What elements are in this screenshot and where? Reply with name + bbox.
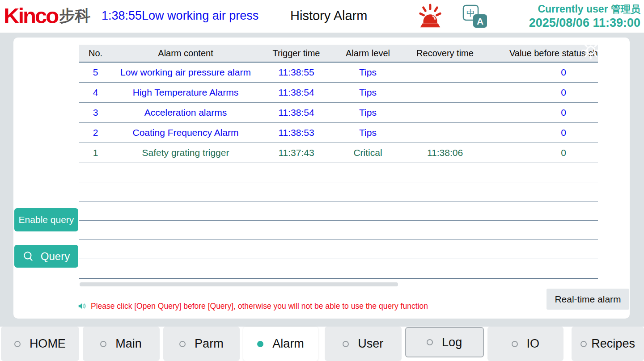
empty-row xyxy=(79,201,598,221)
radio-icon xyxy=(580,341,587,347)
tab-main[interactable]: Main xyxy=(83,327,160,361)
tab-label: IO xyxy=(527,337,540,351)
datetime: 2025/08/06 11:39:00 xyxy=(529,16,640,30)
empty-row xyxy=(79,240,598,259)
cell-level: Tips xyxy=(333,123,402,143)
cell-no: 2 xyxy=(79,123,112,143)
alarm-ticker-text: 1:38:55Low working air press xyxy=(102,9,258,23)
empty-row xyxy=(79,182,598,201)
cell-no: 4 xyxy=(79,83,112,102)
tab-label: Parm xyxy=(195,337,224,351)
cell-no: 1 xyxy=(79,143,112,163)
radio-icon xyxy=(343,341,349,347)
bottom-nav-bar: HOMEMainParmAlarmUserLogIORecipes xyxy=(0,327,644,361)
kinco-logo: Kinco 步科 xyxy=(4,2,90,29)
cell-no: 3 xyxy=(79,103,112,122)
empty-row xyxy=(79,163,598,182)
cell-value: 0 xyxy=(487,143,598,163)
tab-log[interactable]: Log xyxy=(405,327,484,357)
cell-value: 0 xyxy=(487,83,598,102)
cell-content: Safety grating trigger xyxy=(112,143,259,163)
column-header-2: Trigger time xyxy=(259,45,333,62)
cell-recovery: 11:38:06 xyxy=(402,143,487,163)
query-notice: Please click [Open Query] before [Query]… xyxy=(77,301,428,311)
empty-row xyxy=(79,259,598,279)
alarm-table: No.Alarm contentTrigger timeAlarm levelR… xyxy=(79,45,598,279)
column-header-1: Alarm content xyxy=(112,45,259,62)
empty-row xyxy=(79,221,598,240)
history-alarm-panel: No.Alarm contentTrigger timeAlarm levelR… xyxy=(13,38,630,319)
horizontal-scrollbar[interactable] xyxy=(80,282,398,286)
alarm-row-2[interactable]: 2Coating Frequency Alarm11:38:53Tips0 xyxy=(79,123,598,143)
cell-trigger: 11:37:43 xyxy=(259,143,333,163)
top-bar: Kinco 步科 1:38:55Low working air press Hi… xyxy=(0,0,644,33)
tab-alarm[interactable]: Alarm xyxy=(243,327,318,361)
tab-user[interactable]: User xyxy=(325,327,402,361)
table-body: 5Low working air pressure alarm11:38:55T… xyxy=(79,63,598,279)
cell-value: 0 xyxy=(487,123,598,143)
column-header-4: Recovery time xyxy=(402,45,487,62)
radio-icon xyxy=(14,341,21,347)
page-title: History Alarm xyxy=(290,0,367,31)
enable-query-button[interactable]: Enable query xyxy=(14,208,78,231)
query-button-label: Query xyxy=(41,250,70,263)
cell-recovery xyxy=(402,83,487,102)
alarm-siren-icon[interactable] xyxy=(417,4,443,29)
cell-recovery xyxy=(402,63,487,82)
cell-trigger: 11:38:54 xyxy=(259,83,333,102)
alarm-ticker: 1:38:55Low working air press xyxy=(102,0,286,31)
cell-trigger: 11:38:53 xyxy=(259,123,333,143)
tab-label: HOME xyxy=(30,337,66,351)
radio-icon xyxy=(100,341,106,347)
cell-trigger: 11:38:54 xyxy=(259,103,333,122)
cell-content: High Temperature Alarms xyxy=(112,83,259,102)
cell-content: Low working air pressure alarm xyxy=(112,63,259,82)
cell-content: Acceleration alarms xyxy=(112,103,259,122)
cell-level: Tips xyxy=(333,63,402,82)
logo-cjk-text: 步科 xyxy=(59,5,90,26)
query-notice-text: Please click [Open Query] before [Query]… xyxy=(91,302,428,311)
table-header-row: No.Alarm contentTrigger timeAlarm levelR… xyxy=(79,45,598,63)
current-user-label: Currently user xyxy=(538,3,608,15)
alarm-row-4[interactable]: 4High Temperature Alarms11:38:54Tips0 xyxy=(79,83,598,103)
tab-label: User xyxy=(358,337,383,351)
column-header-5: Value before status change xyxy=(487,45,598,62)
cell-content: Coating Frequency Alarm xyxy=(112,123,259,143)
column-header-3: Alarm level xyxy=(333,45,402,62)
current-user-name: 管理员 xyxy=(611,4,640,15)
query-button[interactable]: Query xyxy=(14,245,78,268)
tab-home[interactable]: HOME xyxy=(1,327,79,361)
search-icon xyxy=(23,251,34,262)
tab-recipes[interactable]: Recipes xyxy=(572,327,644,361)
speaker-icon xyxy=(77,301,87,311)
tab-label: Main xyxy=(115,337,142,351)
alarm-row-5[interactable]: 5Low working air pressure alarm11:38:55T… xyxy=(79,63,598,83)
alarm-row-3[interactable]: 3Acceleration alarms11:38:54Tips0 xyxy=(79,103,598,123)
cell-level: Tips xyxy=(333,83,402,102)
tab-parm[interactable]: Parm xyxy=(163,327,240,361)
radio-icon xyxy=(512,341,518,347)
language-toggle-icon[interactable]: 中 A xyxy=(462,4,488,29)
alarm-row-1[interactable]: 1Safety grating trigger11:37:43Critical1… xyxy=(79,143,598,163)
tab-label: Alarm xyxy=(272,337,304,351)
radio-icon xyxy=(179,341,186,347)
cell-level: Tips xyxy=(333,103,402,122)
column-header-0: No. xyxy=(79,45,112,62)
cell-trigger: 11:38:55 xyxy=(259,63,333,82)
tab-label: Log xyxy=(442,336,462,349)
tab-io[interactable]: IO xyxy=(487,327,564,361)
cell-recovery xyxy=(402,103,487,122)
cell-no: 5 xyxy=(79,63,112,82)
radio-selected-icon xyxy=(257,341,263,347)
cell-level: Critical xyxy=(333,143,402,163)
realtime-alarm-button[interactable]: Real-time alarm xyxy=(547,289,629,310)
user-info: Currently user 管理员 2025/08/06 11:39:00 xyxy=(529,2,640,30)
radio-icon xyxy=(427,339,433,345)
cell-value: 0 xyxy=(487,63,598,82)
translate-en-glyph: A xyxy=(477,16,483,26)
logo-text: Kinco xyxy=(4,2,58,29)
tab-label: Recipes xyxy=(591,337,635,351)
cell-recovery xyxy=(402,123,487,143)
cell-value: 0 xyxy=(487,103,598,122)
